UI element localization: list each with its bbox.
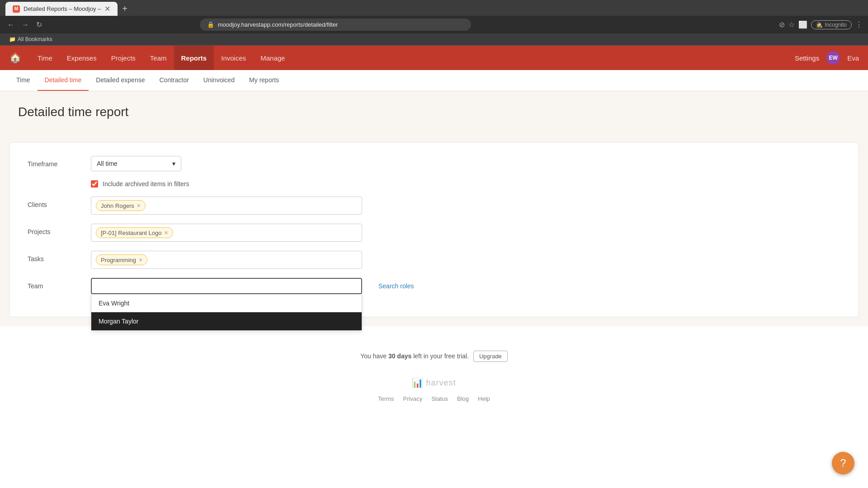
dropdown-item-morgan[interactable]: Morgan Taylor bbox=[91, 312, 362, 330]
tasks-tag-text: Programming bbox=[101, 257, 136, 263]
clients-tag-remove[interactable]: × bbox=[137, 202, 141, 209]
footer-privacy[interactable]: Privacy bbox=[403, 395, 423, 402]
harvest-logo-text: harvest bbox=[426, 378, 456, 388]
timeframe-select[interactable]: All time ▾ bbox=[91, 156, 181, 171]
user-name: Eva bbox=[847, 54, 859, 62]
nav-item-team[interactable]: Team bbox=[143, 46, 174, 70]
nav-right: Settings EW Eva bbox=[795, 51, 859, 65]
dropdown-item-eva[interactable]: Eva Wright bbox=[91, 294, 362, 312]
tasks-tag-remove[interactable]: × bbox=[139, 256, 142, 263]
tasks-row: Tasks Programming × bbox=[28, 251, 840, 269]
sub-nav-time[interactable]: Time bbox=[9, 70, 38, 91]
timeframe-label: Timeframe bbox=[28, 156, 82, 168]
sub-nav-detailed-expense[interactable]: Detailed expense bbox=[89, 70, 152, 91]
page-title: Detailed time report bbox=[18, 105, 850, 119]
timeframe-field: All time ▾ bbox=[91, 156, 362, 171]
tasks-label: Tasks bbox=[28, 251, 82, 263]
nav-item-time[interactable]: Time bbox=[30, 46, 60, 70]
user-avatar[interactable]: EW bbox=[826, 51, 840, 65]
lock-icon: 🔒 bbox=[207, 21, 214, 28]
upgrade-button[interactable]: Upgrade bbox=[473, 351, 508, 362]
filter-form: Timeframe All time ▾ Include archived it… bbox=[9, 142, 859, 317]
projects-field: [P-01] Restaurant Logo × bbox=[91, 224, 362, 242]
page-footer: 📊 harvest Terms Privacy Status Blog Help bbox=[0, 368, 868, 416]
sub-nav-detailed-time[interactable]: Detailed time bbox=[38, 70, 89, 91]
team-field-area: Eva Wright Morgan Taylor bbox=[91, 278, 362, 294]
projects-row: Projects [P-01] Restaurant Logo × bbox=[28, 224, 840, 242]
tasks-field: Programming × bbox=[91, 251, 362, 269]
nav-item-expenses[interactable]: Expenses bbox=[60, 46, 104, 70]
sub-nav: Time Detailed time Detailed expense Cont… bbox=[0, 70, 868, 91]
incognito-badge: 🕵 Incognito bbox=[811, 20, 852, 29]
main-nav: 🏠 Time Expenses Projects Team Reports In… bbox=[0, 46, 868, 70]
menu-icon[interactable]: ⋮ bbox=[855, 20, 863, 29]
settings-link[interactable]: Settings bbox=[795, 54, 819, 62]
nav-item-reports[interactable]: Reports bbox=[174, 46, 214, 70]
nav-item-manage[interactable]: Manage bbox=[253, 46, 292, 70]
footer-help[interactable]: Help bbox=[478, 395, 490, 402]
footer-terms[interactable]: Terms bbox=[378, 395, 394, 402]
trial-text-post: left in your free trial. bbox=[413, 352, 469, 360]
bookmarks-folder[interactable]: 📁 All Bookmarks bbox=[5, 35, 56, 43]
clients-tag-text: John Rogers bbox=[101, 202, 134, 209]
footer-blog[interactable]: Blog bbox=[457, 395, 469, 402]
archived-checkbox[interactable] bbox=[91, 180, 98, 188]
clients-label: Clients bbox=[28, 197, 82, 208]
timeframe-value: All time bbox=[97, 160, 118, 167]
team-row: Team Eva Wright Morgan Taylor Search rol… bbox=[28, 278, 840, 294]
trial-banner: You have 30 days left in your free trial… bbox=[0, 344, 868, 368]
tasks-tag: Programming × bbox=[96, 254, 147, 265]
trial-days: 30 days bbox=[388, 352, 411, 360]
cast-icon: ⊘ bbox=[779, 20, 785, 29]
team-label: Team bbox=[28, 278, 82, 290]
team-dropdown: Eva Wright Morgan Taylor bbox=[91, 294, 362, 331]
projects-tag-field[interactable]: [P-01] Restaurant Logo × bbox=[91, 224, 362, 242]
harvest-logo-icon: 📊 bbox=[412, 377, 423, 388]
clients-row: Clients John Rogers × bbox=[28, 197, 840, 215]
bookmark-icon[interactable]: ☆ bbox=[788, 20, 795, 29]
bookmarks-label: All Bookmarks bbox=[18, 36, 52, 42]
bookmarks-folder-icon: 📁 bbox=[9, 36, 16, 42]
projects-tag-remove[interactable]: × bbox=[164, 229, 168, 236]
incognito-label: Incognito bbox=[825, 22, 847, 28]
refresh-button[interactable]: ↻ bbox=[34, 19, 44, 31]
incognito-icon: 🕵 bbox=[816, 22, 823, 28]
tab-favicon: M bbox=[13, 5, 20, 13]
sub-nav-my-reports[interactable]: My reports bbox=[242, 70, 286, 91]
footer-status[interactable]: Status bbox=[431, 395, 448, 402]
url-text: moodjoy.harvestapp.com/reports/detailed/… bbox=[218, 21, 338, 28]
bookmarks-bar: 📁 All Bookmarks bbox=[0, 33, 868, 46]
checkbox-row: Include archived items in filters bbox=[91, 180, 840, 188]
clients-tag: John Rogers × bbox=[96, 200, 146, 211]
new-tab-button[interactable]: + bbox=[118, 2, 131, 16]
sub-nav-contractor[interactable]: Contractor bbox=[152, 70, 196, 91]
team-input[interactable] bbox=[91, 278, 362, 294]
footer-links: Terms Privacy Status Blog Help bbox=[9, 391, 859, 407]
tasks-tag-field[interactable]: Programming × bbox=[91, 251, 362, 269]
trial-text-pre: You have bbox=[360, 352, 387, 360]
nav-items: Time Expenses Projects Team Reports Invo… bbox=[30, 46, 292, 70]
browser-tab[interactable]: M Detailed Reports – Moodjoy – ✕ bbox=[5, 2, 118, 16]
projects-label: Projects bbox=[28, 224, 82, 235]
forward-button[interactable]: → bbox=[20, 19, 31, 31]
home-logo[interactable]: 🏠 bbox=[9, 52, 21, 64]
help-button[interactable]: ? bbox=[832, 452, 854, 474]
nav-item-invoices[interactable]: Invoices bbox=[214, 46, 253, 70]
chevron-down-icon: ▾ bbox=[172, 160, 175, 167]
address-bar-input[interactable]: 🔒 moodjoy.harvestapp.com/reports/detaile… bbox=[200, 19, 471, 31]
projects-tag: [P-01] Restaurant Logo × bbox=[96, 227, 173, 238]
back-button[interactable]: ← bbox=[5, 19, 16, 31]
archived-label: Include archived items in filters bbox=[103, 180, 189, 188]
nav-item-projects[interactable]: Projects bbox=[104, 46, 143, 70]
clients-tag-field[interactable]: John Rogers × bbox=[91, 197, 362, 215]
projects-tag-text: [P-01] Restaurant Logo bbox=[101, 230, 161, 236]
tab-title: Detailed Reports – Moodjoy – bbox=[24, 5, 101, 12]
tab-close-button[interactable]: ✕ bbox=[104, 5, 110, 13]
sub-nav-uninvoiced[interactable]: Uninvoiced bbox=[196, 70, 242, 91]
search-roles-link[interactable]: Search roles bbox=[378, 278, 414, 290]
archived-checkbox-row: Include archived items in filters bbox=[91, 180, 189, 188]
timeframe-row: Timeframe All time ▾ bbox=[28, 156, 840, 171]
profile-icon[interactable]: ⬜ bbox=[798, 20, 807, 29]
clients-field: John Rogers × bbox=[91, 197, 362, 215]
harvest-logo: 📊 harvest bbox=[9, 377, 859, 388]
